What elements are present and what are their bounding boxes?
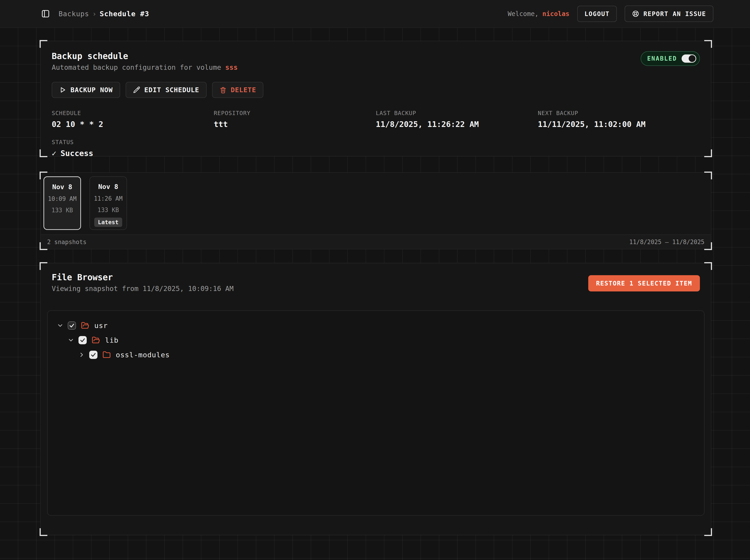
snapshot-list: Nov 8 10:09 AM 133 KB Nov 8 11:26 AM 133… [41,173,711,235]
trash-icon [219,86,227,94]
folder-closed-icon [102,351,111,359]
snapshot-item[interactable]: Nov 8 11:26 AM 133 KB Latest [90,176,127,230]
checkbox-checked[interactable] [89,351,97,359]
snapshot-time: 11:26 AM [94,195,122,202]
corner-bracket-bl [40,149,47,157]
backup-now-button[interactable]: BACKUP NOW [52,82,120,98]
tree-row-lib[interactable]: lib [55,333,697,347]
field-last-backup: LAST BACKUP 11/8/2025, 11:26:22 AM [376,110,538,129]
field-label: NEXT BACKUP [538,110,700,116]
file-browser-title: File Browser [52,273,234,282]
snapshots-footer: 2 snapshots 11/8/2025 – 11/8/2025 [41,235,711,249]
corner-bracket-tr [704,40,712,48]
backup-schedule-card: Backup schedule Automated backup configu… [40,41,711,157]
edit-schedule-button[interactable]: EDIT SCHEDULE [125,82,206,98]
breadcrumb-current: Schedule #3 [100,9,149,18]
volume-name: sss [225,63,238,72]
restore-selected-button[interactable]: RESTORE 1 SELECTED ITEM [588,275,700,292]
check-icon: ✓ [52,149,56,158]
snapshot-size: 133 KB [52,207,73,214]
pencil-icon [133,86,140,94]
file-tree: usr lib ossl-modules [47,311,705,516]
schedule-card-subtitle: Automated backup configuration for volum… [52,63,238,72]
status-value: ✓ Success [52,149,700,158]
snapshot-date-range: 11/8/2025 – 11/8/2025 [629,239,705,245]
snapshot-size: 133 KB [97,206,119,214]
enabled-switch[interactable] [682,55,696,63]
field-value: ttt [214,120,376,129]
corner-bracket-br [704,149,712,157]
checkbox-mixed[interactable] [68,321,76,329]
tree-row-ossl-modules[interactable]: ossl-modules [55,347,697,362]
field-status: STATUS ✓ Success [52,139,700,158]
logout-button[interactable]: LOGOUT [577,6,617,22]
breadcrumb-parent[interactable]: Backups [59,10,89,18]
tree-item-name: lib [105,336,119,344]
snapshot-date: Nov 8 [98,183,118,191]
schedule-card-title: Backup schedule [52,51,238,61]
snapshot-item-selected[interactable]: Nov 8 10:09 AM 133 KB [43,176,81,230]
field-schedule: SCHEDULE 02 10 * * 2 [52,110,214,129]
corner-bracket-br [704,528,712,536]
breadcrumb-separator-icon: › [89,10,100,18]
status-label: STATUS [52,139,700,145]
tree-item-name: usr [94,321,108,329]
folder-open-icon [81,321,89,329]
snapshot-count: 2 snapshots [47,239,86,245]
field-repository: REPOSITORY ttt [214,110,376,129]
corner-bracket-bl [40,242,47,250]
welcome-text: Welcome, nicolas [508,10,570,18]
corner-bracket-tl [40,40,47,48]
file-browser-subtitle: Viewing snapshot from 11/8/2025, 10:09:1… [52,284,234,293]
corner-bracket-tr [704,172,712,179]
corner-bracket-tl [40,172,47,179]
switch-knob [689,55,695,62]
corner-bracket-br [704,242,712,250]
chevron-down-icon[interactable] [67,337,74,344]
username: nicolas [542,10,570,18]
schedule-fields: SCHEDULE 02 10 * * 2 REPOSITORY ttt LAST… [52,110,700,129]
field-next-backup: NEXT BACKUP 11/11/2025, 11:02:00 AM [538,110,700,129]
snapshots-card: Nov 8 10:09 AM 133 KB Nov 8 11:26 AM 133… [40,172,711,249]
field-label: LAST BACKUP [376,110,538,116]
chevron-right-icon[interactable] [78,352,85,358]
corner-bracket-tr [704,262,712,270]
report-issue-button[interactable]: REPORT AN ISSUE [625,5,713,22]
file-browser-card: File Browser Viewing snapshot from 11/8/… [40,263,711,535]
play-icon [59,86,66,94]
enabled-toggle-pill[interactable]: ENABLED [640,51,700,66]
field-value: 11/8/2025, 11:26:22 AM [376,120,538,129]
tree-item-name: ossl-modules [116,351,170,359]
field-label: SCHEDULE [52,110,214,116]
chevron-down-icon[interactable] [57,322,64,329]
check-icon [69,323,75,328]
top-bar: Backups › Schedule #3 Welcome, nicolas L… [0,0,750,28]
field-value: 02 10 * * 2 [52,120,214,129]
tree-row-usr[interactable]: usr [55,318,697,333]
field-value: 11/11/2025, 11:02:00 AM [538,120,700,129]
corner-bracket-tl [40,262,47,270]
snapshot-time: 10:09 AM [48,195,76,202]
breadcrumb: Backups › Schedule #3 [59,9,149,18]
checkbox-checked[interactable] [78,336,87,344]
check-icon [80,337,85,343]
latest-badge: Latest [94,218,122,227]
status-text: Success [60,149,93,158]
check-icon [91,352,96,358]
folder-open-icon [92,336,100,344]
enabled-label: ENABLED [647,55,677,62]
snapshot-date: Nov 8 [52,183,72,191]
lifebuoy-icon [632,10,639,17]
corner-bracket-bl [40,528,47,536]
field-label: REPOSITORY [214,110,376,116]
sidebar-toggle-icon[interactable] [41,9,50,18]
main-content: Backup schedule Automated backup configu… [0,28,750,535]
delete-button[interactable]: DELETE [212,82,263,98]
